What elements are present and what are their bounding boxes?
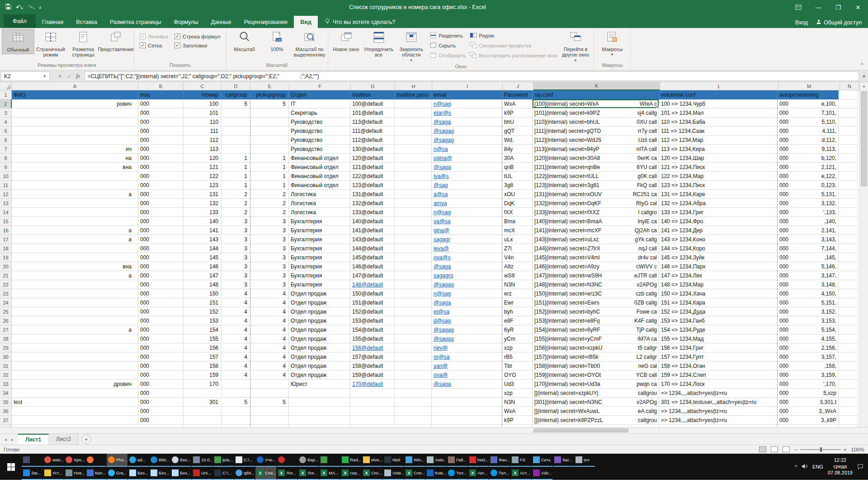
cell-mac[interactable]: 000 <box>138 389 184 398</box>
row-header-5[interactable]: 5 <box>0 127 12 136</box>
cell-password[interactable]: mcX <box>502 226 533 235</box>
cell-number[interactable]: 150 <box>184 289 222 298</box>
cell-mailbox[interactable]: 121@default <box>350 163 395 172</box>
zoom-out-icon[interactable]: − <box>794 447 797 452</box>
email-link[interactable]: @saga <box>434 300 451 306</box>
cell-sipconf[interactable]: [156](internal) secret=xzpkUt5 callgr <box>533 343 659 352</box>
tell-me-box[interactable]: Что вы хотите сделать? <box>318 18 401 28</box>
cell-fio[interactable] <box>12 407 138 416</box>
cell-mailbox-pass[interactable] <box>395 208 432 217</box>
cell-callgroup[interactable]: 4 <box>222 316 250 325</box>
cell-avtoprovisioning[interactable]: 000,158, <box>777 361 839 371</box>
column-header-L[interactable]: L <box>660 82 778 90</box>
cell-empty[interactable] <box>839 380 858 389</box>
cell-pickupgroup[interactable] <box>250 389 289 398</box>
cell-callgroup[interactable]: 1 <box>222 181 250 190</box>
cell-dept[interactable] <box>289 407 350 416</box>
cell-mailbox-pass[interactable] <box>395 352 432 361</box>
ribbon-button-Рядом[interactable]: Рядом <box>470 32 558 40</box>
row-header-26[interactable]: 26 <box>0 316 12 325</box>
cell-callgroup[interactable]: 4 <box>222 298 250 307</box>
cell-mailbox[interactable] <box>350 389 395 398</box>
cell-password[interactable]: WxA <box>502 407 533 416</box>
cell-pickupgroup[interactable]: 1 <box>250 154 289 163</box>
cell-mailbox-pass[interactable] <box>395 289 432 298</box>
cell-sipconf[interactable]: [159](internal) secret=OYOtYCB call <box>533 371 659 380</box>
cell-empty[interactable] <box>839 190 858 199</box>
taskbar-item-Аст...[interactable]: XАст... <box>510 467 531 480</box>
cell-pickupgroup[interactable] <box>250 407 289 416</box>
cell-dept[interactable]: Бухгалтерия <box>289 244 350 253</box>
header-cell-mailbox pass[interactable]: mailbox pass <box>395 90 432 99</box>
cell-mailbox[interactable]: 148@default <box>350 280 395 289</box>
collapse-ribbon-icon[interactable]: ^ <box>861 62 863 68</box>
cell-sipconf[interactable]: [170](internal) secret=Ud3apwqn ca <box>533 380 659 389</box>
cell-callgroup[interactable]: 3 <box>222 244 250 253</box>
cell-number[interactable]: 144 <box>184 244 222 253</box>
sheet-nav-left-icon[interactable]: ◂ <box>5 437 7 442</box>
cell-sipconf[interactable]: [146](internal) secret=A9zycWIVV c <box>533 262 659 271</box>
cell-callgroup[interactable]: 2 <box>222 208 250 217</box>
cell-dept[interactable]: Отдел продаж <box>289 334 350 343</box>
cell-sipconf[interactable]: [](internal) secret=k9PZPzzLcallgrou <box>533 416 659 425</box>
column-header-J[interactable]: J <box>503 82 533 90</box>
cell-voicemail[interactable]: => 1234,,,,attach=yes|tz=ru <box>659 389 778 398</box>
cell-mailbox[interactable]: 132@default <box>350 199 395 208</box>
cell-number[interactable]: 301 <box>184 398 222 407</box>
taskbar-item-top-0[interactable] <box>22 454 42 467</box>
cell-number[interactable]: 101 <box>184 108 222 117</box>
taskbar-item-Ком...[interactable]: Ком... <box>425 467 446 480</box>
cell-password[interactable]: erz <box>502 289 533 298</box>
cell-number[interactable]: 111 <box>184 127 222 136</box>
checkbox-Строка формул[interactable]: ✓Строка формул <box>175 33 221 39</box>
column-header-E[interactable]: E <box>250 82 289 90</box>
taskbar-item-бас...[interactable]: бас... <box>553 454 574 467</box>
cell-mailbox-pass[interactable] <box>395 271 432 280</box>
taskbar-item-Win...[interactable]: Win... <box>404 454 425 467</box>
language-indicator[interactable]: ENG <box>812 464 823 469</box>
cell-voicemail[interactable]: => 1234,,,,attach=yes|tz=ru <box>659 416 778 425</box>
cell-dept[interactable]: Отдел продаж <box>289 361 350 371</box>
taskbar-item-aste...[interactable]: aste... <box>43 454 64 467</box>
cell-mailbox[interactable]: 155@default <box>350 334 395 343</box>
cell-dept[interactable] <box>289 389 350 398</box>
cell-mailbox[interactable]: 150@default <box>350 289 395 298</box>
header-cell-Номер[interactable]: Номер <box>184 90 222 99</box>
cell-mailbox-pass[interactable] <box>395 226 432 235</box>
cell-empty[interactable] <box>839 307 858 316</box>
cell-password[interactable]: Ud3 <box>502 380 533 389</box>
cell-fio[interactable] <box>12 280 138 289</box>
cell-avtoprovisioning[interactable]: 0004,111, <box>777 127 839 136</box>
cell-voicemail[interactable]: 110 => 1234,Баба <box>659 117 778 127</box>
cell-password[interactable]: 84y <box>502 145 533 154</box>
cell-sipconf[interactable]: [153](internal) secret=e8FqK4F callg <box>533 316 659 325</box>
cell-empty[interactable] <box>839 352 858 361</box>
cell-email[interactable]: etar@s <box>432 108 502 117</box>
cell-empty[interactable] <box>839 154 858 163</box>
cell-mailbox-pass[interactable] <box>395 262 432 271</box>
cell-fio[interactable] <box>12 361 138 371</box>
taskbar-item-Rad...[interactable]: Rad... <box>340 454 361 467</box>
row-header-32[interactable]: 32 <box>0 371 12 380</box>
cell-sipconf[interactable]: [110](internal) secret=bhUL0XU call <box>533 117 659 127</box>
cell-pickupgroup[interactable] <box>250 127 289 136</box>
row-header-19[interactable]: 19 <box>0 253 12 262</box>
cell-callgroup[interactable] <box>222 145 250 154</box>
cell-fio[interactable]: test <box>12 398 138 407</box>
undo-icon[interactable]: ↶▾ <box>16 4 23 11</box>
cell-voicemail[interactable]: 145 => 1234,Зуйк <box>659 253 778 262</box>
cell-empty[interactable] <box>839 416 858 425</box>
cell-dept[interactable]: Отдел продаж <box>289 352 350 361</box>
email-link[interactable]: @sag <box>434 182 448 188</box>
cell-empty[interactable] <box>839 334 858 343</box>
cell-pickupgroup[interactable]: 4 <box>250 371 289 380</box>
cell-empty[interactable] <box>839 181 858 190</box>
row-header-21[interactable]: 21 <box>0 271 12 280</box>
ribbon-button-Новое окно[interactable]: Новое окно <box>330 29 363 53</box>
cell-avtoprovisioning[interactable]: 0005,146, <box>777 262 839 271</box>
cell-empty[interactable] <box>839 271 858 280</box>
cell-dept[interactable]: Бухгалтерия <box>289 253 350 262</box>
cell-mailbox[interactable]: 120@default <box>350 154 395 163</box>
cell-dept[interactable]: Бухгалтерия <box>289 271 350 280</box>
cell-callgroup[interactable] <box>222 380 250 389</box>
